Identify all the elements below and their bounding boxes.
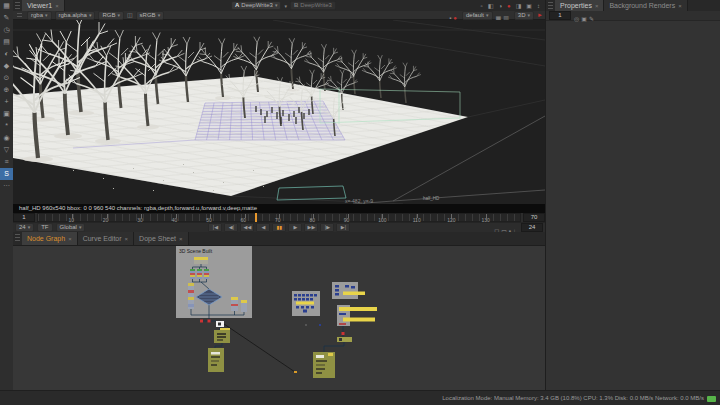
properties-count-field[interactable]: 1 <box>549 11 571 20</box>
viewer-process-value: sRGB <box>140 12 156 19</box>
wipe-mode-caret[interactable]: ▾ <box>284 3 287 9</box>
dot-node[interactable] <box>208 320 211 323</box>
frame-slider[interactable]: 102030405060708090100110120130 <box>37 213 521 222</box>
node-group-3[interactable] <box>337 305 377 326</box>
particles-icon[interactable]: * <box>0 120 13 132</box>
3d-icon[interactable]: ▣ <box>0 108 13 120</box>
play-forward-button[interactable]: ▶▶ <box>304 223 318 232</box>
node-group-1[interactable] <box>292 291 320 316</box>
nuke-window: ▦✎◷▤◐◆⊙⊕+▣*◉▽≡S⋯ Viewer1 × A DeepWrite3 … <box>0 0 720 405</box>
status-bar: Localization Mode: Manual Memory: 3.4 GB… <box>0 390 720 405</box>
camera-gizmo[interactable] <box>277 186 346 200</box>
toolbar-grip[interactable] <box>17 13 22 18</box>
edit-icon[interactable]: ✎ <box>589 16 594 22</box>
stop-button[interactable]: ▮▮ <box>272 223 286 232</box>
pane-grip[interactable] <box>15 2 20 9</box>
filter-icon[interactable]: ◆ <box>0 60 13 72</box>
pane-grip[interactable] <box>548 2 553 9</box>
light-node[interactable] <box>231 297 238 311</box>
keyer-icon[interactable]: ⊙ <box>0 72 13 84</box>
play-backward-button[interactable]: ◀◀ <box>240 223 254 232</box>
close-icon[interactable]: × <box>55 3 59 9</box>
node-group-2[interactable] <box>332 282 365 299</box>
dot-node[interactable] <box>305 324 307 326</box>
next-keyframe-button[interactable]: |▶ <box>320 223 334 232</box>
tab-label: Node Graph <box>27 235 65 242</box>
dot-node[interactable] <box>342 332 345 335</box>
deep-icon[interactable]: ◉ <box>0 132 13 144</box>
buffer-b-value: DeepWrite3 <box>300 2 332 9</box>
zoom-lock-icon[interactable]: ▫ <box>481 2 483 10</box>
current-frame-field[interactable]: 1 <box>13 213 35 222</box>
range-mode-select[interactable]: Global▾ <box>56 223 86 232</box>
playhead[interactable] <box>255 213 257 222</box>
write-node-c[interactable] <box>313 352 335 378</box>
readgeo-nodes[interactable] <box>190 269 209 279</box>
close-icon[interactable]: × <box>179 236 183 242</box>
viewport-3d[interactable]: half_HD x=-482, y=-9 <box>13 20 545 204</box>
step-forward-button[interactable]: ▶ <box>288 223 302 232</box>
tab-viewer1[interactable]: Viewer1 × <box>22 0 65 11</box>
timeline-tick: 100 <box>382 214 383 218</box>
viewer-info-bar: half_HD 960x540 bbox: 0 0 960 540 channe… <box>13 204 545 213</box>
node-graph-canvas[interactable]: 3D Scene Built <box>13 245 545 390</box>
fps-select[interactable]: 24▾ <box>15 223 34 232</box>
other-icon[interactable]: ⋯ <box>0 180 13 192</box>
write-node-b[interactable] <box>208 348 224 372</box>
render-node-a[interactable] <box>214 328 230 343</box>
end-frame-field[interactable]: 70 <box>523 213 545 222</box>
view-mode-select[interactable]: 3D▾ <box>514 11 534 20</box>
close-icon[interactable]: × <box>678 3 682 9</box>
range-mode-value: Global <box>60 224 77 231</box>
transform-icon[interactable]: + <box>0 96 13 108</box>
pin-icon[interactable]: ◎ <box>574 16 579 22</box>
goto-start-button[interactable]: |◀ <box>208 223 222 232</box>
step-back-button[interactable]: ◀ <box>256 223 270 232</box>
prev-keyframe-button[interactable]: ◀| <box>224 223 238 232</box>
camera-select[interactable]: default▾ <box>462 11 493 20</box>
layer-select[interactable]: rgba▾ <box>27 11 52 20</box>
merge-icon[interactable]: ⊕ <box>0 84 13 96</box>
tab-node-graph[interactable]: Node Graph × <box>22 232 78 245</box>
color-icon[interactable]: ◐ <box>0 48 13 60</box>
goto-end-button[interactable]: ▶| <box>336 223 350 232</box>
draw-icon[interactable]: ✎ <box>0 12 13 24</box>
dot-node[interactable] <box>200 320 203 323</box>
dot-node[interactable] <box>319 324 321 326</box>
alpha-select[interactable]: rgba.alpha▾ <box>55 11 96 20</box>
switch-node[interactable] <box>337 337 352 342</box>
buffer-a-select[interactable]: A DeepWrite3 ▾ <box>231 1 281 10</box>
update-icon[interactable]: ◨ <box>516 2 522 10</box>
tab-dope-sheet[interactable]: Dope Sheet × <box>134 232 189 245</box>
close-icon[interactable]: × <box>125 236 129 242</box>
status-text: Localization Mode: Manual Memory: 3.4 GB… <box>442 395 704 401</box>
lock-panel-icon[interactable]: ▣ <box>581 16 587 22</box>
backdrop-3d-scene[interactable] <box>176 246 252 318</box>
flag-icon[interactable]: ► <box>537 11 543 19</box>
tab-curve-editor[interactable]: Curve Editor × <box>78 232 134 245</box>
tab-background-renders[interactable]: Background Renders × <box>604 0 687 11</box>
metadata-icon[interactable]: ≡ <box>0 156 13 168</box>
axis-stack-node[interactable] <box>188 283 194 309</box>
channel-icon[interactable]: ▤ <box>0 36 13 48</box>
axis-node[interactable] <box>241 300 247 312</box>
viewer-process-select[interactable]: sRGB▾ <box>136 11 165 20</box>
camera-node[interactable] <box>194 257 208 264</box>
display-select[interactable]: RGB▾ <box>98 11 124 20</box>
roi-icon[interactable]: ▣ <box>526 2 532 10</box>
dot-node-orange[interactable] <box>294 371 297 373</box>
gamma-icon[interactable]: ◫ <box>127 11 133 19</box>
pane-grip[interactable] <box>15 234 20 243</box>
fps-display: 24 <box>521 223 543 232</box>
buffer-b-select[interactable]: B DeepWrite3 <box>290 1 336 10</box>
tf-toggle[interactable]: TF <box>37 223 52 232</box>
close-icon[interactable]: × <box>68 236 72 242</box>
fullscreen-icon[interactable]: ↕ <box>537 2 540 10</box>
views-icon[interactable]: ▽ <box>0 144 13 156</box>
selected-node[interactable] <box>216 321 224 327</box>
toolsets-icon[interactable]: S <box>0 168 13 180</box>
timeline-tick: 50 <box>210 214 211 218</box>
wipe-icon[interactable]: ◧ <box>488 2 494 10</box>
image-icon[interactable]: ▦ <box>0 0 13 12</box>
time-icon[interactable]: ◷ <box>0 24 13 36</box>
